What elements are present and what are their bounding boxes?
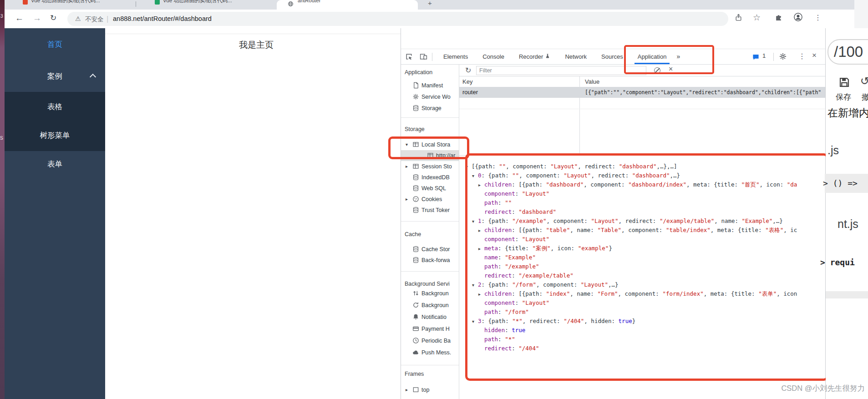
collapse-arrow-icon[interactable]: ▾ bbox=[466, 162, 472, 172]
sidebar-item-cookies[interactable]: ▸Cookies bbox=[401, 194, 459, 205]
collapse-arrow-icon[interactable]: ▾ bbox=[472, 172, 478, 181]
profile-avatar[interactable] bbox=[794, 13, 802, 23]
filter-border bbox=[459, 76, 825, 76]
bookmark-star-icon[interactable]: ☆ bbox=[753, 12, 761, 23]
new-tab-button[interactable]: + bbox=[428, 0, 432, 7]
json-token: "" bbox=[499, 163, 506, 170]
db-icon bbox=[412, 257, 419, 265]
devtools-tab-recorder[interactable]: Recorder bbox=[512, 49, 558, 64]
expand-arrow-icon[interactable]: ▸ bbox=[478, 244, 484, 253]
chrome-menu-icon[interactable]: ⋮ bbox=[814, 13, 822, 22]
devtools-tab-network[interactable]: Network bbox=[558, 49, 594, 64]
issues-icon[interactable] bbox=[752, 54, 759, 62]
more-tabs-icon[interactable]: » bbox=[674, 49, 683, 64]
expand-arrow-icon[interactable]: ▸ bbox=[406, 384, 411, 395]
json-tree-line: ▾1: {path: "/example", component: "Layou… bbox=[472, 217, 783, 226]
sidebar-item-push-mess-[interactable]: Push Mess. bbox=[401, 347, 459, 358]
delete-selected-icon[interactable]: × bbox=[669, 65, 673, 73]
sidebar-item-label: Payment H bbox=[421, 323, 450, 334]
back-button[interactable]: ← bbox=[15, 13, 24, 23]
device-toolbar-icon[interactable] bbox=[420, 53, 427, 62]
sidebar-item-backgroun[interactable]: Backgroun bbox=[401, 288, 459, 299]
browser-tab-strip: Vue 动态路由的实现(含代码... Vue 动态路由的实现(含代码... an… bbox=[5, 0, 854, 10]
reload-button[interactable]: ↻ bbox=[50, 13, 56, 23]
json-token: : {path: bbox=[482, 318, 513, 324]
expand-arrow-icon[interactable]: ▸ bbox=[406, 194, 411, 205]
sidebar-item-http-ar[interactable]: http://ar bbox=[401, 150, 459, 161]
json-token: "/example/table" bbox=[660, 217, 714, 224]
sidebar-item-trust-toker[interactable]: Trust Toker bbox=[401, 205, 459, 216]
sidebar-item-label: top bbox=[421, 384, 429, 395]
collapse-arrow-icon[interactable]: ▾ bbox=[472, 281, 478, 290]
json-token: "form/index" bbox=[662, 290, 703, 297]
devtools-close-icon[interactable]: × bbox=[812, 51, 817, 60]
sidebar-item-service-wo[interactable]: Service Wo bbox=[401, 91, 459, 102]
devtools-tab-console[interactable]: Console bbox=[475, 49, 512, 64]
sidebar-item-storage[interactable]: Storage bbox=[401, 103, 459, 114]
json-token: : bbox=[515, 299, 522, 306]
filter-input[interactable] bbox=[476, 66, 646, 75]
devtools-tab-application[interactable]: Application bbox=[630, 49, 674, 64]
json-token: , name: bbox=[714, 217, 741, 224]
sidebar-item-4[interactable]: 树形菜单 bbox=[5, 125, 105, 145]
json-tree-line: redirect: "/404" bbox=[478, 344, 539, 353]
devtools-menu-icon[interactable]: ⋮ bbox=[798, 52, 806, 61]
forward-button[interactable]: → bbox=[33, 13, 41, 23]
sidebar-item-indexeddb[interactable]: IndexedDB bbox=[401, 172, 459, 183]
sidebar-item-5[interactable]: 表单 bbox=[5, 154, 105, 174]
inspect-element-icon[interactable] bbox=[405, 53, 413, 62]
screenshot-root: 3 S Vue 动态路由的实现(含代码... Vue 动态路由的实现(含代码..… bbox=[0, 0, 868, 399]
sidebar-item-notificatio[interactable]: Notificatio bbox=[401, 312, 459, 323]
sidebar-item-top[interactable]: ▸top bbox=[401, 384, 459, 395]
refresh-icon[interactable]: ↻ bbox=[465, 66, 471, 75]
column-header-key[interactable]: Key bbox=[462, 78, 472, 85]
json-token: , name: bbox=[570, 227, 597, 233]
json-token: children bbox=[484, 181, 512, 188]
sidebar-item-backgroun[interactable]: Backgroun bbox=[401, 300, 459, 311]
column-header-value[interactable]: Value bbox=[585, 78, 599, 85]
collapse-arrow-icon[interactable]: ▾ bbox=[472, 217, 478, 226]
sidebar-item-cache-stor[interactable]: Cache Stor bbox=[401, 244, 459, 255]
json-token: 2 bbox=[478, 281, 482, 288]
expand-arrow-icon[interactable]: ▸ bbox=[478, 226, 484, 235]
collapse-arrow-icon[interactable]: ▾ bbox=[472, 317, 478, 326]
sidebar-item-3[interactable]: 表格 bbox=[5, 96, 105, 116]
browser-tab-active[interactable]: antRouter bbox=[277, 0, 418, 10]
json-token: redirect bbox=[484, 345, 512, 352]
sidebar-item-2[interactable]: 案例 bbox=[5, 66, 105, 86]
browser-navbar: ← → ↻ ⚠ 不安全 | an888.net/antRouter/#/dash… bbox=[5, 10, 854, 28]
sidebar-item-payment-h[interactable]: Payment H bbox=[401, 323, 459, 334]
share-icon[interactable] bbox=[735, 14, 742, 23]
json-token: : bbox=[515, 190, 522, 197]
sidebar-item-1[interactable]: 首页 bbox=[5, 34, 105, 54]
address-bar[interactable]: ⚠ 不安全 | an888.net/antRouter/#/dashboard bbox=[67, 12, 728, 26]
sidebar-item-session-sto[interactable]: ▸Session Sto bbox=[401, 161, 459, 172]
extensions-puzzle-icon[interactable] bbox=[775, 14, 782, 23]
json-token: , ic bbox=[783, 227, 797, 233]
devtools-tab-list: ElementsConsoleRecorderNetworkSourcesApp… bbox=[436, 49, 683, 64]
expand-arrow-icon[interactable]: ▸ bbox=[478, 181, 484, 190]
sidebar-item-label: Cookies bbox=[421, 194, 442, 205]
sidebar-item-back-forwa[interactable]: Back-forwa bbox=[401, 255, 459, 266]
tab-title: Vue 动态路由的实现(含代码... bbox=[31, 0, 127, 6]
sidebar-section-application: Application bbox=[405, 67, 458, 78]
security-label: 不安全 bbox=[85, 15, 104, 24]
sidebar-item-local-stora[interactable]: ▾Local Stora bbox=[401, 139, 459, 150]
json-token: } bbox=[632, 318, 636, 324]
json-token: "table/index" bbox=[666, 227, 711, 233]
clear-storage-icon[interactable] bbox=[654, 67, 660, 74]
json-tree-line: path: "" bbox=[478, 198, 512, 207]
save-label: 保存 bbox=[836, 92, 851, 102]
json-tree-line: ▾3: {path: "*", redirect: "/404", hidden… bbox=[472, 317, 635, 326]
sidebar-item-manifest[interactable]: Manifest bbox=[401, 80, 459, 91]
collapse-arrow-icon[interactable]: ▾ bbox=[406, 139, 411, 150]
storage-row-router[interactable]: router [{"path":"","component":"Layout",… bbox=[459, 87, 825, 98]
sidebar-item-label: Notificatio bbox=[421, 312, 447, 323]
sidebar-item-web-sql[interactable]: Web SQL bbox=[401, 183, 459, 194]
devtools-tab-elements[interactable]: Elements bbox=[436, 49, 475, 64]
settings-gear-icon[interactable] bbox=[779, 52, 787, 62]
expand-arrow-icon[interactable]: ▸ bbox=[478, 290, 484, 299]
sidebar-item-periodic-ba[interactable]: Periodic Ba bbox=[401, 335, 459, 346]
expand-arrow-icon[interactable]: ▸ bbox=[406, 161, 411, 172]
devtools-tab-sources[interactable]: Sources bbox=[594, 49, 630, 64]
